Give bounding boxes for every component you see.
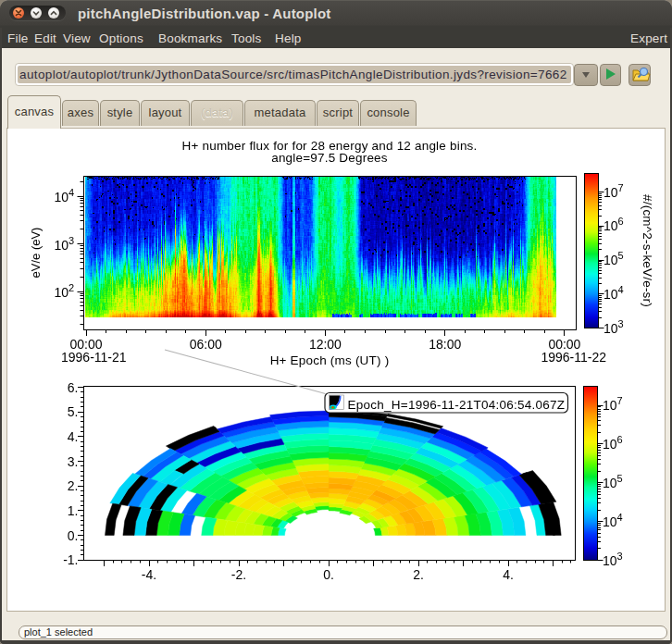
svg-text:4: 4: [617, 512, 623, 523]
svg-text:10: 10: [604, 321, 618, 336]
svg-text:4.: 4.: [68, 429, 79, 444]
svg-text:10: 10: [604, 185, 618, 200]
svg-text:18:00: 18:00: [429, 337, 461, 352]
svg-text:eV/e (eV): eV/e (eV): [29, 228, 43, 279]
svg-text:6.: 6.: [68, 380, 79, 395]
svg-text:2: 2: [68, 282, 74, 293]
svg-text:7: 7: [617, 395, 623, 406]
svg-text:10: 10: [604, 287, 618, 302]
svg-text:10: 10: [603, 476, 617, 490]
svg-text:5: 5: [618, 250, 624, 261]
svg-text:1.: 1.: [68, 503, 79, 518]
svg-text:10: 10: [54, 285, 68, 300]
svg-text:4: 4: [618, 284, 624, 295]
svg-text:1996-11-21: 1996-11-21: [61, 350, 127, 365]
svg-text:Epoch_H=1996-11-21T04:06:54.06: Epoch_H=1996-11-21T04:06:54.067Z: [348, 398, 566, 412]
svg-text:-4.: -4.: [142, 567, 156, 582]
svg-text:06:00: 06:00: [190, 337, 222, 352]
svg-text:0.: 0.: [68, 528, 79, 543]
svg-text:4: 4: [68, 187, 74, 198]
svg-text:0.: 0.: [323, 567, 334, 582]
svg-text:5: 5: [617, 473, 623, 484]
svg-text:angle=97.5 Degrees: angle=97.5 Degrees: [271, 151, 388, 165]
svg-text:10: 10: [54, 190, 68, 204]
svg-text:10: 10: [603, 514, 617, 529]
svg-text:1996-11-22: 1996-11-22: [541, 350, 606, 365]
svg-text:10: 10: [603, 553, 617, 568]
svg-text:-2.: -2.: [231, 567, 246, 582]
svg-text:4.: 4.: [503, 567, 514, 582]
svg-text:2.: 2.: [68, 478, 79, 493]
svg-text:3: 3: [617, 551, 623, 562]
svg-text:3.: 3.: [68, 454, 79, 469]
svg-text:6: 6: [617, 434, 623, 445]
svg-text:H+ Epoch (ms (UT) ): H+ Epoch (ms (UT) ): [270, 353, 390, 367]
svg-text:3: 3: [68, 235, 74, 246]
svg-text:-1.: -1.: [63, 552, 78, 567]
svg-text:5.: 5.: [68, 404, 79, 419]
svg-text:10: 10: [603, 398, 617, 413]
svg-text:2.: 2.: [413, 567, 424, 582]
svg-text:10: 10: [54, 238, 68, 253]
svg-text:6: 6: [618, 216, 624, 227]
svg-text:12:00: 12:00: [309, 337, 342, 352]
svg-text:3: 3: [618, 318, 624, 329]
svg-text:10: 10: [604, 218, 618, 233]
svg-text:#/(cm^2-s-keV/e-sr): #/(cm^2-s-keV/e-sr): [641, 194, 654, 307]
svg-text:10: 10: [604, 253, 618, 267]
svg-text:10: 10: [603, 437, 617, 452]
svg-text:7: 7: [618, 182, 624, 193]
